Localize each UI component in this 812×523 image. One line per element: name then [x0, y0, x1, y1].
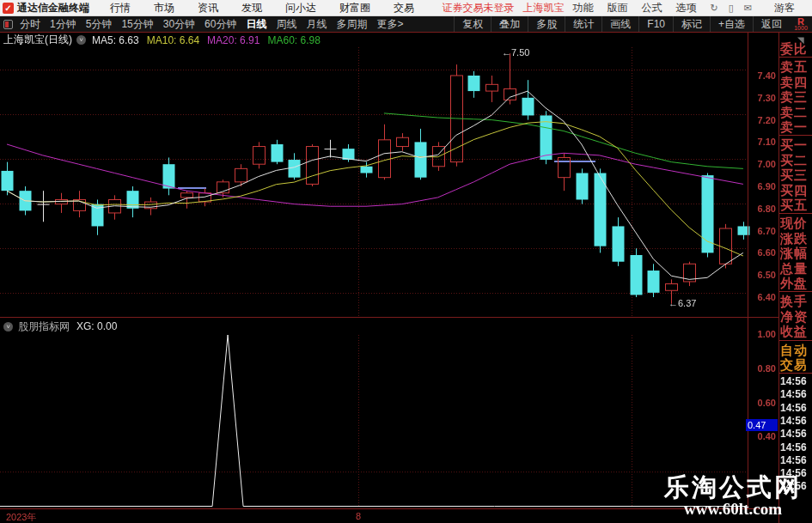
ma-label: MA20: 6.91 [207, 34, 259, 46]
watermark-site-name: 乐淘公式网 [664, 474, 802, 500]
price-axis-label: 7.30 [748, 93, 776, 103]
period-tab-月线[interactable]: 月线 [306, 18, 327, 30]
app-logo-icon: ✓ [3, 3, 14, 14]
menu-item-市场[interactable]: 市场 [154, 2, 174, 14]
auto-trade-label[interactable]: 交易 [780, 357, 808, 374]
menu-item-选项[interactable]: 选项 [676, 2, 697, 14]
high-annotation: ←7.50 [502, 47, 529, 58]
quote-label-涨幅: 涨幅 [780, 246, 808, 262]
menu-item-公式[interactable]: 公式 [642, 2, 662, 14]
mobile-icon[interactable]: ▯ [729, 3, 734, 14]
date-axis: 2023年 8 [0, 509, 778, 523]
period-tab-1分钟[interactable]: 1分钟 [50, 18, 76, 30]
menu-item-版面[interactable]: 版面 [607, 2, 628, 14]
period-tab-分时[interactable]: 分时 [20, 18, 40, 30]
guest-label[interactable]: 游客 [774, 1, 795, 15]
tool-button-F10[interactable]: F10 [638, 16, 673, 32]
tool-button-返回[interactable]: 返回 [753, 16, 790, 32]
period-tab-更多>[interactable]: 更多> [376, 18, 403, 30]
quote-label-净资: 净资 [780, 309, 808, 325]
menu-bar: ✓ 通达信金融终端 行情市场资讯发现问小达财富圈交易 证券交易未登录 上海凯宝 … [0, 0, 812, 16]
watermark: 乐淘公式网 www.60lt.com [664, 474, 802, 518]
quote-label-现价: 现价 [780, 216, 808, 232]
tdx-terminal-window: ✓ 通达信金融终端 行情市场资讯发现问小达财富圈交易 证券交易未登录 上海凯宝 … [0, 0, 812, 523]
indicator-axis-label: 0.80 [748, 363, 776, 374]
indicator-name: 股朋指标网 [18, 319, 70, 334]
menu-item-资讯[interactable]: 资讯 [198, 2, 218, 14]
quote-label-买一: 买一 [780, 137, 808, 154]
price-axis-label: 6.50 [748, 270, 776, 280]
price-axis-label: 7.40 [748, 70, 776, 81]
period-tab-60分钟[interactable]: 60分钟 [205, 18, 236, 30]
quote-label-卖五: 卖五 [780, 59, 808, 76]
tool-button-多股[interactable]: 多股 [528, 16, 565, 32]
quote-label-买三: 买三 [780, 167, 808, 184]
ma-label: MA5: 6.63 [92, 34, 139, 46]
chevron-down-icon[interactable]: ˅ [76, 35, 86, 45]
period-tab-15分钟[interactable]: 15分钟 [121, 18, 153, 30]
menu-item-交易[interactable]: 交易 [394, 2, 414, 14]
tick-time: 14:56 [780, 388, 807, 400]
stock-name-link[interactable]: 上海凯宝 [523, 1, 565, 15]
panel-separator [779, 340, 812, 341]
candlestick-chart-canvas[interactable] [0, 0, 812, 523]
mail-icon[interactable]: ✉ [744, 3, 752, 14]
quote-label-收益: 收益 [780, 324, 808, 340]
menu-item-问小达[interactable]: 问小达 [285, 2, 316, 14]
quote-label-买四: 买四 [780, 183, 808, 199]
panel-separator [779, 373, 812, 374]
realtime-badge: R 1000 [790, 17, 812, 32]
tool-button-统计[interactable]: 统计 [565, 16, 601, 32]
watermark-url: www.60lt.com [664, 500, 802, 518]
price-axis-label: 7.20 [748, 115, 776, 125]
indicator-current-value-badge: 0.47 [746, 419, 778, 431]
menu-item-发现[interactable]: 发现 [241, 2, 262, 14]
chart-title: 上海凯宝(日线) [3, 33, 72, 47]
period-tab-5分钟[interactable]: 5分钟 [86, 18, 113, 30]
panel-separator [779, 213, 812, 214]
indicator-axis-label: 1.00 [748, 329, 776, 339]
menu-item-行情[interactable]: 行情 [110, 2, 131, 14]
tool-button-画线[interactable]: 画线 [601, 16, 638, 32]
chevron-down-icon[interactable]: ˅ [3, 322, 13, 331]
ma-values: MA5: 6.63MA10: 6.64MA20: 6.91MA60: 6.98 [92, 34, 328, 46]
indicator-value: XG: 0.00 [76, 320, 117, 332]
quote-label-委比: 委比 [780, 41, 808, 58]
tool-button-标记[interactable]: 标记 [673, 16, 710, 32]
period-tab-周线[interactable]: 周线 [276, 18, 296, 30]
quote-label-卖三: 卖三 [780, 89, 808, 106]
quote-label-外盘: 外盘 [780, 276, 808, 292]
quote-label-涨跌: 涨跌 [780, 231, 808, 247]
tool-button-复权[interactable]: 复权 [454, 16, 491, 32]
menu-item-功能[interactable]: 功能 [573, 2, 594, 14]
layout-icon[interactable] [3, 20, 13, 29]
period-toolbar: 分时1分钟5分钟15分钟30分钟60分钟日线周线月线多周期更多> 复权叠加多股统… [0, 16, 812, 32]
chart-header: 上海凯宝(日线) ˅ MA5: 6.63MA10: 6.64MA20: 6.91… [3, 33, 328, 46]
quote-label-卖二: 卖二 [780, 105, 808, 121]
tool-button-叠加[interactable]: 叠加 [491, 16, 528, 32]
tick-time: 14:56 [780, 428, 807, 440]
tool-button-+自选[interactable]: +自选 [710, 16, 753, 32]
period-tab-多周期[interactable]: 多周期 [336, 18, 367, 30]
quote-label-买二: 买二 [780, 153, 808, 169]
indicator-axis-label: 0.40 [748, 431, 776, 441]
price-axis-label: 6.90 [748, 181, 776, 192]
menu-bar-right: 证券交易未登录 上海凯宝 功能版面公式选项 ↻ ▯ ✉ 游客 [443, 1, 812, 15]
menu-item-财富圈[interactable]: 财富圈 [339, 2, 370, 14]
price-axis-label: 7.10 [748, 137, 776, 147]
quote-label-卖一: 卖一 [780, 119, 808, 136]
app-title: 通达信金融终端 [17, 1, 89, 15]
panel-separator [779, 291, 812, 292]
quote-label-总量: 总量 [780, 261, 808, 277]
tick-time: 14:56 [780, 454, 807, 466]
indicator-axis-label: 0.60 [748, 398, 776, 408]
quote-label-买五: 买五 [780, 198, 808, 214]
login-status[interactable]: 证券交易未登录 [443, 1, 515, 15]
period-tab-30分钟[interactable]: 30分钟 [163, 18, 195, 30]
panel-separator [779, 57, 812, 58]
low-annotation: ←6.37 [669, 298, 696, 308]
refresh-icon[interactable]: ↻ [711, 3, 718, 14]
period-tab-日线[interactable]: 日线 [246, 18, 266, 30]
tick-time: 14:56 [780, 402, 807, 414]
price-axis-label: 6.70 [748, 226, 776, 236]
